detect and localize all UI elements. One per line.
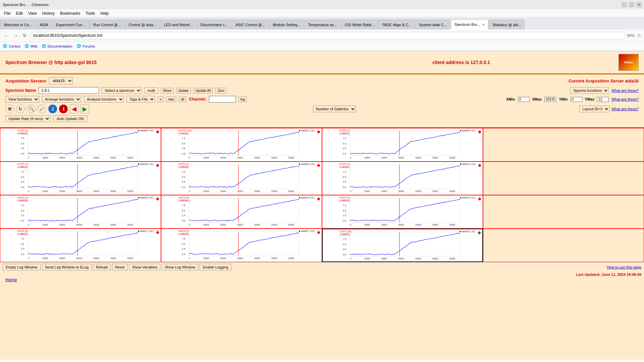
analysis-functions-select[interactable]: Analysis functions [84,96,124,103]
empty-log-button[interactable]: Empty Log Window [3,264,41,270]
menu-file[interactable]: File [1,10,13,16]
address-input[interactable] [30,32,625,39]
close-button[interactable]: ✕ [637,2,641,7]
prev-arrow-icon[interactable]: ◀ [70,105,78,113]
tab-system[interactable]: System wide C... [415,19,450,29]
what-are-these-1[interactable]: What are these? [611,88,639,93]
tab-temperature[interactable]: Temperature an... [305,19,341,29]
chart-cell-aida01[interactable]: ◆ 21875 (129) 22071 (2) ■ aida01 1.8.L 1… [161,128,322,162]
chart-cell-aida09[interactable]: ◆ 21875 (3) 22071 (2) ■ aida09 1.8.L 10.… [0,128,161,162]
tab-runcontrol[interactable]: Run Control @... [90,19,124,29]
chart-cell-aida11[interactable]: ◆ 21875 (0) 22071 (2) ■ aida11 1.8.L 10.… [0,229,161,262]
chart-cell-aida05[interactable]: ◆ 21875 (3) 22071 (1) ■ aida05 1.8.L 10.… [322,128,483,162]
layout-id-select[interactable]: Layout ID=3 [579,106,609,112]
channel-input[interactable] [209,96,236,103]
ymin-input[interactable] [571,97,582,102]
spectrum-name-input[interactable] [39,87,99,94]
chart-cell-aida10[interactable]: ◆ 21875 (2) 22071 (5) ■ aida10 1.8.L 10.… [0,195,161,229]
info-icon[interactable]: ℹ [48,105,57,113]
tags-fits-select[interactable]: Tags & Fits [126,96,155,103]
tab-experiment[interactable]: Experiment Con... [52,19,89,29]
ymax-input[interactable] [597,97,609,102]
number-of-galleries-select[interactable]: Number of Galleries [313,106,356,112]
tab-spectrum[interactable]: Spectrum Bro... ✕ [451,19,488,29]
info2-icon[interactable]: ℹ [59,105,68,113]
home-link[interactable]: Home [0,276,22,284]
chart-cell-empty4[interactable] [483,229,644,262]
update-all-button[interactable]: Update All [194,88,213,94]
tab-led[interactable]: LED and Wavef... [160,19,197,29]
zoom-out-icon[interactable]: 🔎 [38,105,46,113]
spectra-functions-select[interactable]: Spectra functions [570,87,609,94]
chart-cell-empty3[interactable] [483,195,644,229]
tab-discriminator[interactable]: Discriminator c... [197,19,232,29]
tab-asic[interactable]: ASIC Control @... [232,19,269,29]
show-variables-button[interactable]: Show Variables [129,264,161,270]
menu-tools[interactable]: Tools [83,10,98,16]
tab-aida[interactable]: AIDA [36,19,52,29]
menu-view[interactable]: View [25,10,40,16]
tab-welcome[interactable]: Welcome to Ce... [0,19,36,29]
zoom-in-icon[interactable]: 🔍 [27,105,36,113]
acquisition-server-select[interactable]: aida16 [49,77,73,84]
xmax-input[interactable] [544,97,556,102]
view-functions-select[interactable]: View functions [5,96,39,103]
reload-button[interactable]: Reload [93,264,111,270]
tab-control[interactable]: Control @ aida... [125,19,160,29]
tab-module[interactable]: Module Setting... [269,19,304,29]
tab-statistics[interactable]: Statistics @ aid... [489,19,525,29]
reset-button[interactable]: Reset [112,264,128,270]
forward-button[interactable]: → [12,32,19,39]
chart-cell-aida07[interactable]: ◆ 21875 (3) 22071 (4) ■ aida07 1.8.L 10.… [161,229,322,262]
reload-button[interactable]: ↻ [21,32,28,39]
radiation-icon[interactable]: ☢ [5,105,14,113]
xmin-input[interactable] [518,97,530,102]
what-are-these-3[interactable]: What are these? [611,97,639,101]
maximize-button[interactable]: □ [629,2,634,7]
update-rate-select[interactable]: Update Rate (8 secs) [5,115,50,122]
chart-cell-aida12[interactable]: ◆ 21875 (2) 22071 (2) ■ aida12 1.8.L 10.… [322,162,483,195]
tab-close-icon[interactable]: ✕ [482,23,485,26]
chart-cell-empty1[interactable] [483,128,644,162]
show-button[interactable]: Show [161,88,173,94]
bookmark-forums[interactable]: 🌐 Forums [76,44,95,48]
svg-text:50000: 50000 [271,157,277,159]
chart-cell-empty2[interactable] [483,162,644,195]
back-button[interactable]: ← [3,32,10,39]
menu-bookmarks[interactable]: Bookmarks [57,10,83,16]
show-log-button[interactable]: Show Log Window [162,264,198,270]
bookmark-star-icon[interactable]: ☆ [637,32,641,39]
what-are-these-2[interactable]: What are these? [611,107,639,111]
update-button[interactable]: Update [176,88,191,94]
send-log-button[interactable]: Send Log Window to ELog [42,264,92,270]
bookmark-wiki[interactable]: 🌐 Wiki [24,44,38,48]
arrange-functions-select[interactable]: Arrange functions [42,96,81,103]
window-controls[interactable]: ─ □ ✕ [622,2,641,7]
menu-help[interactable]: Help [98,10,111,16]
tab-gsi[interactable]: GSI White Rabb... [341,19,378,29]
chart-cell-aida15[interactable]: ◆ 21875 (2) 22071 (3) ■ aida15 1.8.L 10.… [0,162,161,195]
how-to-link[interactable]: How to use this page [607,265,641,269]
chart-cell-aida03[interactable]: ◆ 21875 (2) 22071 (0) ■ aida03 1.8.L 10.… [161,162,322,195]
menu-edit[interactable]: Edit [13,10,25,16]
chart-cell-aida14[interactable]: ◆ 21875 (6) 22071 (87) ■ aida14 1.8.L 10… [161,195,322,229]
minimize-button[interactable]: ─ [622,2,627,7]
x-button[interactable]: x [158,97,163,102]
zero-button[interactable]: Zero [215,88,226,94]
refresh-icon[interactable]: ↻ [16,105,25,113]
bookmark-centos[interactable]: 🌐 Centos [3,44,20,48]
auto-update-button[interactable]: Auto Update ON [53,115,88,122]
bookmark-documentation[interactable]: 🌐 Documentation [42,44,72,48]
new-button[interactable]: new [166,97,176,102]
menu-history[interactable]: History [40,10,57,16]
select-spectrum-dropdown[interactable]: Select a spectrum [102,87,142,94]
log-button[interactable]: log [238,97,247,102]
chart-cell-aida13[interactable]: ◆ 21875 (4) 22071 (2) ■ aida13 1.8.L 10.… [322,195,483,229]
chart-cell-aida16[interactable]: ◆ 21875 (36) 22071 (2) ■ aida16 1.8.L 10… [322,229,483,262]
multi-button[interactable]: multi [144,87,158,94]
all-button[interactable]: all [179,97,186,102]
tab-fadc[interactable]: FADC Align & C... [378,19,415,29]
enable-logging-button[interactable]: Enable Logging [200,264,231,270]
next-arrow-icon[interactable]: ▶ [80,105,89,113]
svg-text:7.5: 7.5 [21,170,24,173]
